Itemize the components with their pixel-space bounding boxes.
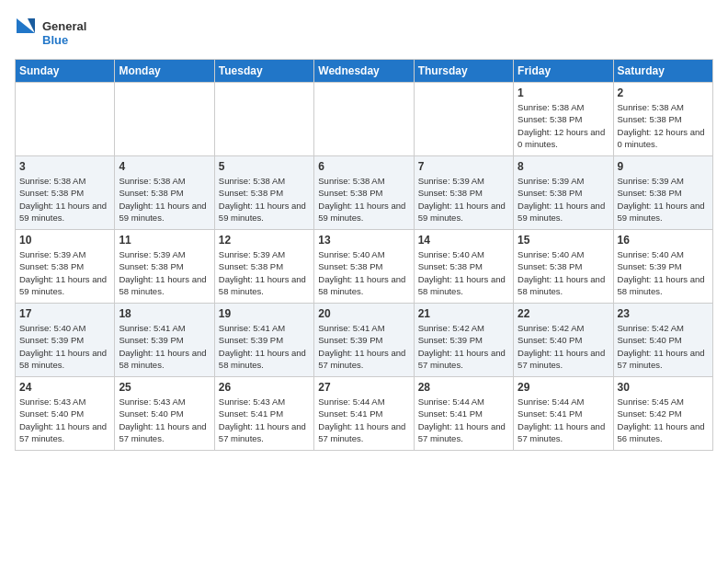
day-info: Sunrise: 5:40 AM Sunset: 5:39 PM Dayligh…	[618, 248, 709, 297]
day-info: Sunrise: 5:42 AM Sunset: 5:39 PM Dayligh…	[418, 322, 509, 371]
day-info: Sunrise: 5:40 AM Sunset: 5:38 PM Dayligh…	[318, 248, 409, 297]
calendar-cell	[115, 83, 214, 156]
calendar-table: SundayMondayTuesdayWednesdayThursdayFrid…	[15, 59, 713, 451]
svg-text:Blue: Blue	[42, 33, 68, 47]
calendar-cell	[314, 83, 414, 156]
calendar-cell: 9Sunrise: 5:39 AM Sunset: 5:38 PM Daylig…	[613, 156, 712, 230]
week-row-2: 3Sunrise: 5:38 AM Sunset: 5:38 PM Daylig…	[16, 156, 713, 230]
day-info: Sunrise: 5:40 AM Sunset: 5:38 PM Dayligh…	[418, 248, 509, 297]
day-header-tuesday: Tuesday	[214, 60, 313, 83]
calendar-cell: 14Sunrise: 5:40 AM Sunset: 5:38 PM Dayli…	[414, 230, 513, 304]
day-number: 1	[518, 86, 609, 99]
day-info: Sunrise: 5:38 AM Sunset: 5:38 PM Dayligh…	[119, 175, 210, 224]
calendar-cell: 2Sunrise: 5:38 AM Sunset: 5:38 PM Daylig…	[613, 83, 712, 156]
day-info: Sunrise: 5:39 AM Sunset: 5:38 PM Dayligh…	[119, 248, 210, 297]
day-info: Sunrise: 5:44 AM Sunset: 5:41 PM Dayligh…	[318, 396, 409, 444]
calendar-cell: 29Sunrise: 5:44 AM Sunset: 5:41 PM Dayli…	[514, 377, 613, 451]
day-number: 21	[418, 307, 509, 320]
day-number: 3	[19, 160, 110, 173]
day-info: Sunrise: 5:38 AM Sunset: 5:38 PM Dayligh…	[618, 101, 709, 150]
day-info: Sunrise: 5:44 AM Sunset: 5:41 PM Dayligh…	[418, 396, 509, 444]
calendar-cell: 24Sunrise: 5:43 AM Sunset: 5:40 PM Dayli…	[16, 377, 115, 451]
day-number: 15	[518, 234, 609, 247]
calendar-cell: 8Sunrise: 5:39 AM Sunset: 5:38 PM Daylig…	[514, 156, 613, 230]
day-number: 6	[318, 160, 409, 173]
day-number: 2	[618, 86, 709, 99]
day-number: 10	[19, 234, 110, 247]
day-number: 18	[119, 307, 210, 320]
week-row-1: 1Sunrise: 5:38 AM Sunset: 5:38 PM Daylig…	[16, 83, 713, 156]
day-info: Sunrise: 5:39 AM Sunset: 5:38 PM Dayligh…	[219, 248, 310, 297]
day-info: Sunrise: 5:39 AM Sunset: 5:38 PM Dayligh…	[618, 175, 709, 224]
calendar-cell: 22Sunrise: 5:42 AM Sunset: 5:40 PM Dayli…	[514, 304, 613, 377]
day-number: 28	[418, 381, 509, 394]
day-number: 12	[219, 234, 310, 247]
calendar-cell: 12Sunrise: 5:39 AM Sunset: 5:38 PM Dayli…	[214, 230, 313, 304]
day-number: 20	[318, 307, 409, 320]
calendar-cell: 27Sunrise: 5:44 AM Sunset: 5:41 PM Dayli…	[314, 377, 414, 451]
calendar-cell: 1Sunrise: 5:38 AM Sunset: 5:38 PM Daylig…	[514, 83, 613, 156]
day-number: 5	[219, 160, 310, 173]
calendar-cell: 10Sunrise: 5:39 AM Sunset: 5:38 PM Dayli…	[16, 230, 115, 304]
day-number: 29	[518, 381, 609, 394]
day-number: 22	[518, 307, 609, 320]
logo-svg: General Blue	[15, 15, 97, 52]
day-number: 30	[618, 381, 709, 394]
day-header-wednesday: Wednesday	[314, 60, 414, 83]
calendar-cell: 19Sunrise: 5:41 AM Sunset: 5:39 PM Dayli…	[214, 304, 313, 377]
day-info: Sunrise: 5:41 AM Sunset: 5:39 PM Dayligh…	[219, 322, 310, 371]
day-number: 23	[618, 307, 709, 320]
calendar-cell: 5Sunrise: 5:38 AM Sunset: 5:38 PM Daylig…	[214, 156, 313, 230]
calendar-cell: 20Sunrise: 5:41 AM Sunset: 5:39 PM Dayli…	[314, 304, 414, 377]
day-info: Sunrise: 5:38 AM Sunset: 5:38 PM Dayligh…	[19, 175, 110, 224]
day-header-friday: Friday	[514, 60, 613, 83]
day-info: Sunrise: 5:43 AM Sunset: 5:40 PM Dayligh…	[119, 396, 210, 444]
day-info: Sunrise: 5:40 AM Sunset: 5:38 PM Dayligh…	[518, 248, 609, 297]
calendar-cell: 4Sunrise: 5:38 AM Sunset: 5:38 PM Daylig…	[115, 156, 214, 230]
day-info: Sunrise: 5:44 AM Sunset: 5:41 PM Dayligh…	[518, 396, 609, 444]
day-info: Sunrise: 5:42 AM Sunset: 5:40 PM Dayligh…	[618, 322, 709, 371]
calendar-cell: 13Sunrise: 5:40 AM Sunset: 5:38 PM Dayli…	[314, 230, 414, 304]
calendar-cell: 16Sunrise: 5:40 AM Sunset: 5:39 PM Dayli…	[613, 230, 712, 304]
day-info: Sunrise: 5:39 AM Sunset: 5:38 PM Dayligh…	[418, 175, 509, 224]
day-info: Sunrise: 5:38 AM Sunset: 5:38 PM Dayligh…	[219, 175, 310, 224]
week-row-4: 17Sunrise: 5:40 AM Sunset: 5:39 PM Dayli…	[16, 304, 713, 377]
days-header-row: SundayMondayTuesdayWednesdayThursdayFrid…	[16, 60, 713, 83]
calendar-cell	[414, 83, 513, 156]
calendar-cell: 30Sunrise: 5:45 AM Sunset: 5:42 PM Dayli…	[613, 377, 712, 451]
calendar-cell: 15Sunrise: 5:40 AM Sunset: 5:38 PM Dayli…	[514, 230, 613, 304]
day-header-sunday: Sunday	[16, 60, 115, 83]
day-info: Sunrise: 5:39 AM Sunset: 5:38 PM Dayligh…	[518, 175, 609, 224]
calendar-cell: 21Sunrise: 5:42 AM Sunset: 5:39 PM Dayli…	[414, 304, 513, 377]
week-row-3: 10Sunrise: 5:39 AM Sunset: 5:38 PM Dayli…	[16, 230, 713, 304]
week-row-5: 24Sunrise: 5:43 AM Sunset: 5:40 PM Dayli…	[16, 377, 713, 451]
calendar-cell: 26Sunrise: 5:43 AM Sunset: 5:41 PM Dayli…	[214, 377, 313, 451]
calendar-cell	[214, 83, 313, 156]
day-number: 9	[618, 160, 709, 173]
day-number: 26	[219, 381, 310, 394]
calendar-cell: 3Sunrise: 5:38 AM Sunset: 5:38 PM Daylig…	[16, 156, 115, 230]
day-header-thursday: Thursday	[414, 60, 513, 83]
day-header-monday: Monday	[115, 60, 214, 83]
day-info: Sunrise: 5:39 AM Sunset: 5:38 PM Dayligh…	[19, 248, 110, 297]
day-number: 4	[119, 160, 210, 173]
day-info: Sunrise: 5:38 AM Sunset: 5:38 PM Dayligh…	[518, 101, 609, 150]
day-info: Sunrise: 5:41 AM Sunset: 5:39 PM Dayligh…	[119, 322, 210, 371]
day-number: 7	[418, 160, 509, 173]
calendar-cell: 17Sunrise: 5:40 AM Sunset: 5:39 PM Dayli…	[16, 304, 115, 377]
day-info: Sunrise: 5:43 AM Sunset: 5:41 PM Dayligh…	[219, 396, 310, 444]
day-info: Sunrise: 5:43 AM Sunset: 5:40 PM Dayligh…	[19, 396, 110, 444]
day-number: 16	[618, 234, 709, 247]
day-info: Sunrise: 5:41 AM Sunset: 5:39 PM Dayligh…	[318, 322, 409, 371]
day-number: 13	[318, 234, 409, 247]
day-number: 27	[318, 381, 409, 394]
day-number: 19	[219, 307, 310, 320]
calendar-cell: 7Sunrise: 5:39 AM Sunset: 5:38 PM Daylig…	[414, 156, 513, 230]
calendar-cell	[16, 83, 115, 156]
day-number: 17	[19, 307, 110, 320]
day-number: 8	[518, 160, 609, 173]
calendar-cell: 23Sunrise: 5:42 AM Sunset: 5:40 PM Dayli…	[613, 304, 712, 377]
day-number: 24	[19, 381, 110, 394]
day-header-saturday: Saturday	[613, 60, 712, 83]
calendar-cell: 18Sunrise: 5:41 AM Sunset: 5:39 PM Dayli…	[115, 304, 214, 377]
